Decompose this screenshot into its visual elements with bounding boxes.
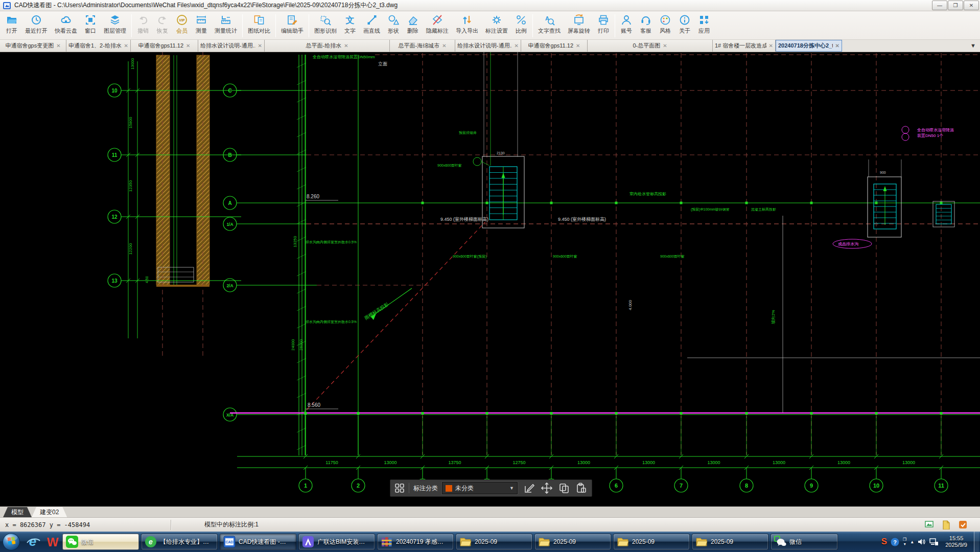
layout-tab-model[interactable]: 模型 xyxy=(3,507,32,517)
drawing-canvas[interactable]: 15800123501220010111213CBA1/A2/AX/A12678… xyxy=(0,52,980,506)
taskbar-button-8-folder[interactable]: 2025-09 xyxy=(613,534,690,550)
toolbar-window-button[interactable]: 窗口 xyxy=(81,12,100,39)
wps-icon[interactable]: W xyxy=(43,533,62,551)
svg-text:全自动喷水湿帘降温: 全自动喷水湿帘降温 xyxy=(917,128,954,132)
toolbar-shape-recognition-button[interactable]: 图形识别 xyxy=(311,12,340,39)
toolbar-cloud-drive-button[interactable]: 快看云盘 xyxy=(51,12,81,39)
minimize-button[interactable]: — xyxy=(932,1,947,10)
document-tab-2[interactable]: 申通宿舍1、2-给排水…✕ xyxy=(66,40,131,52)
sogou-icon[interactable]: S xyxy=(881,537,887,547)
toolbar-measure-stats-button[interactable]: 测量统计 xyxy=(211,12,241,39)
tab-close-icon[interactable]: ✕ xyxy=(344,43,348,49)
close-button[interactable]: ✕ xyxy=(964,1,979,10)
taskbar-button-7-folder[interactable]: 2025-09 xyxy=(534,534,611,550)
toolbar-recent-open-button[interactable]: 最近打开 xyxy=(21,12,51,39)
internet-explorer-icon[interactable]: e xyxy=(24,533,43,551)
toolbar-text-button[interactable]: 文文字 xyxy=(340,12,360,39)
tab-close-icon[interactable]: ✕ xyxy=(515,43,519,49)
tab-close-icon[interactable]: ✕ xyxy=(576,43,580,49)
edit-annotation-icon[interactable] xyxy=(524,482,535,494)
document-tab-3[interactable]: 申通宿舍gps11.12✕ xyxy=(131,40,198,52)
tab-close-icon[interactable]: ✕ xyxy=(663,43,667,49)
toolbar-shapes-button[interactable]: 形状 xyxy=(384,12,403,39)
toolbar-import-export-button[interactable]: 导入导出 xyxy=(452,12,482,39)
tab-close-icon[interactable]: ✕ xyxy=(442,43,446,49)
grid-view-icon[interactable] xyxy=(394,483,405,493)
taskbar-clock[interactable]: 15:552025/9/9 xyxy=(945,535,967,548)
toolbar-hide-annotations-button[interactable]: 隐藏标注 xyxy=(423,12,452,39)
tab-close-icon[interactable]: ✕ xyxy=(769,43,773,49)
network-icon[interactable] xyxy=(929,538,939,546)
toolbar-account-button[interactable]: 账号 xyxy=(617,12,636,39)
toolbar-apps-button[interactable]: 应用 xyxy=(694,12,714,39)
maximize-button[interactable]: ❐ xyxy=(948,1,963,10)
tray-mini-icons[interactable]: ❐▾ xyxy=(903,537,906,546)
taskbar-button-1-wechat[interactable]: 微信 xyxy=(62,534,139,550)
tab-close-icon[interactable]: ✕ xyxy=(835,43,839,49)
taskbar-button-3-cadviewer[interactable]: CADCAD快速看图 -… xyxy=(220,534,296,550)
document-tab-9[interactable]: 0-总平面图✕ xyxy=(588,40,713,52)
taskbar-button-4-glodon[interactable]: 广联达BIM安装… xyxy=(298,534,375,550)
document-tab-5[interactable]: 总平面-给排水✕ xyxy=(265,40,390,52)
category-dropdown[interactable]: 未分类 ▼ xyxy=(442,482,518,494)
toolbar-text-search-button[interactable]: A文字查找 xyxy=(534,12,564,39)
toolbar-about-button[interactable]: 关于 xyxy=(675,12,694,39)
document-tab-6[interactable]: 总平面-海绵城市✕ xyxy=(390,40,455,52)
toolbar-label: 窗口 xyxy=(85,27,96,35)
edit-assistant-icon xyxy=(286,14,298,26)
toolbar-style-button[interactable]: 风格 xyxy=(656,12,675,39)
toolbar-customer-service-button[interactable]: 客服 xyxy=(636,12,656,39)
taskbar-button-9-folder[interactable]: 2025-09 xyxy=(692,534,768,550)
toolbar-vip-button[interactable]: VIP会员 xyxy=(172,12,192,39)
tab-close-icon[interactable]: ✕ xyxy=(56,43,60,49)
taskbar-button-label: 2025-09 xyxy=(475,538,497,545)
window-mini-icon[interactable]: ❐ xyxy=(903,537,906,542)
show-hidden-icons[interactable]: ▲ xyxy=(910,540,914,544)
document-tab-11[interactable]: 20240718分拣中心2_t…✕ xyxy=(776,40,842,52)
taskbar-button-10-wechat-tray[interactable]: 微信 xyxy=(771,534,838,550)
document-tab-7[interactable]: 给排水设计说明-通用…✕ xyxy=(455,40,521,52)
move-icon[interactable] xyxy=(541,482,552,494)
toolbar-drawing-compare-button[interactable]: 图纸对比 xyxy=(244,12,274,39)
svg-text:混凝土标高投影: 混凝土标高投影 xyxy=(751,208,776,212)
taskbar-button-5-winrar[interactable]: 20240719 孝感… xyxy=(377,534,454,550)
toolbar-annotation-settings-button[interactable]: 标注设置 xyxy=(482,12,511,39)
toolbar-undo-button[interactable]: 撤销 xyxy=(133,12,153,39)
toolbar-scale-button[interactable]: 比例 xyxy=(511,12,531,39)
document-tab-10[interactable]: 1# 宿舍楼一层改造成…✕ xyxy=(713,40,776,52)
document-tab-4[interactable]: 给排水设计说明-通用…✕ xyxy=(198,40,265,52)
tab-overflow-icon[interactable]: ▼ xyxy=(970,42,976,49)
tools-icon[interactable] xyxy=(958,520,968,530)
volume-icon[interactable] xyxy=(918,538,926,546)
toolbar-layer-manager-button[interactable]: 图层管理 xyxy=(100,12,130,39)
toolbar-draw-line-button[interactable]: 画直线 xyxy=(360,12,384,39)
preview-icon[interactable] xyxy=(924,520,934,530)
toolbar-print-button[interactable]: 打印 xyxy=(594,12,613,39)
toolbar-screen-rotate-button[interactable]: 屏幕旋转 xyxy=(564,12,594,39)
show-desktop-button[interactable] xyxy=(974,532,979,552)
toolbar-redo-button[interactable]: 恢复 xyxy=(153,12,172,39)
toolbar-delete-button[interactable]: 删除 xyxy=(403,12,423,39)
toolbar-open-button[interactable]: 打开 xyxy=(2,12,21,39)
help-icon[interactable]: ? xyxy=(891,538,899,546)
paste-icon[interactable] xyxy=(576,482,587,494)
tab-close-icon[interactable]: ✕ xyxy=(258,43,262,49)
toolbar-measure-button[interactable]: 测量 xyxy=(192,12,211,39)
svg-text:2130: 2130 xyxy=(497,151,505,155)
taskbar-button-2-browser360[interactable]: e【给排水专业】… xyxy=(141,534,218,550)
tab-close-icon[interactable]: ✕ xyxy=(186,43,190,49)
layout-tab-jianbian02[interactable]: 建变02 xyxy=(32,507,67,517)
chevron-down-icon[interactable]: ▾ xyxy=(904,542,906,546)
start-button[interactable] xyxy=(2,533,20,551)
tab-close-icon[interactable]: ✕ xyxy=(124,43,128,49)
tab-label: 总平面-给排水 xyxy=(306,42,341,50)
page-icon[interactable] xyxy=(941,520,951,530)
copy-icon[interactable] xyxy=(558,482,570,494)
taskbar-button-6-folder[interactable]: 2025-09 xyxy=(456,534,532,550)
toolbar-edit-assistant-button[interactable]: 编辑助手 xyxy=(277,12,307,39)
print-icon xyxy=(597,14,610,26)
text-search-icon: A xyxy=(543,14,555,26)
document-tab-8[interactable]: 申通宿舍gps11.12✕ xyxy=(521,40,588,52)
folder-icon xyxy=(459,536,472,548)
document-tab-1[interactable]: 申通宿舍gps变更图✕ xyxy=(0,40,66,52)
